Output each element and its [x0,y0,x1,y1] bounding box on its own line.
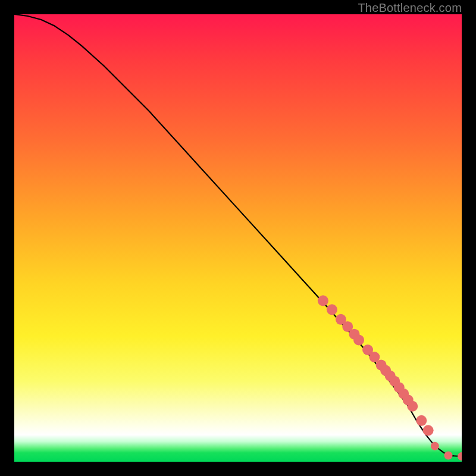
chart-marker [416,415,427,426]
chart-marker [407,401,418,412]
chart-marker [318,295,328,306]
chart-marker [423,425,434,436]
chart-marker [431,442,439,450]
chart-marker [444,451,452,459]
chart-marker [353,334,364,345]
watermark-label: TheBottleneck.com [358,1,462,15]
chart-overlay-svg [14,14,462,462]
chart-markers-tail [431,442,462,461]
chart-marker [458,452,462,461]
chart-marker [327,304,337,315]
chart-plot-area [14,14,462,462]
